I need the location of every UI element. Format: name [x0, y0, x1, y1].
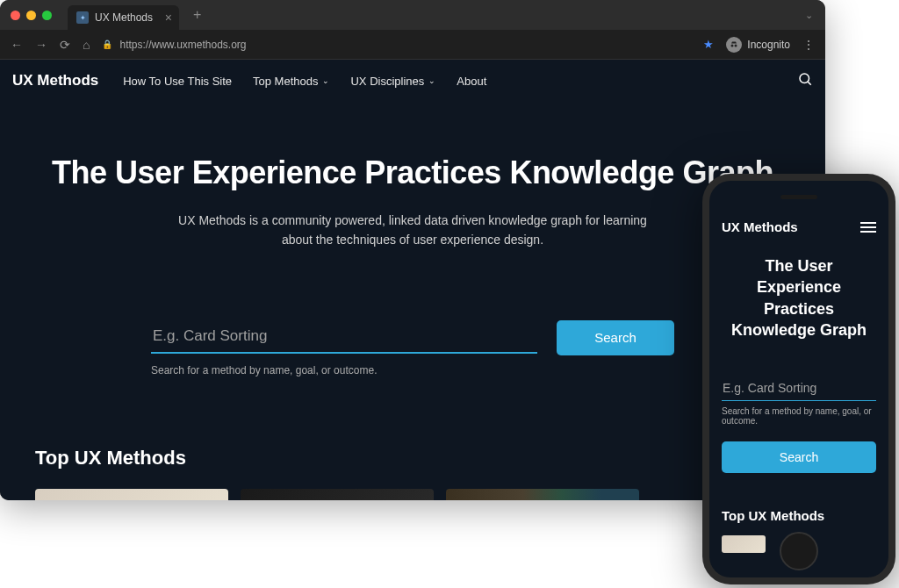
method-card[interactable] [241, 489, 434, 500]
mobile-search-hint: Search for a method by name, goal, or ou… [722, 406, 876, 426]
incognito-badge[interactable]: Incognito [726, 37, 790, 53]
method-card[interactable] [35, 489, 228, 500]
lock-icon: 🔒 [102, 39, 112, 49]
svg-line-3 [808, 82, 810, 84]
nav-top-methods[interactable]: Top Methods⌄ [253, 75, 329, 88]
site-logo[interactable]: UX Methods [12, 72, 98, 90]
nav-about[interactable]: About [457, 75, 486, 88]
page-subtitle: UX Methods is a community powered, linke… [176, 211, 650, 250]
top-methods-section: Top UX Methods All Meth [0, 429, 825, 500]
mobile-logo[interactable]: UX Methods [722, 219, 798, 234]
chevron-down-icon: ⌄ [428, 76, 435, 85]
search-icon[interactable] [797, 71, 813, 90]
new-tab-button[interactable]: + [193, 7, 201, 23]
collapse-icon[interactable]: ⌄ [805, 10, 813, 21]
incognito-icon [726, 37, 742, 53]
method-thumbnail [722, 535, 766, 553]
home-button[interactable]: ⌂ [83, 38, 90, 52]
svg-point-2 [800, 74, 809, 83]
primary-nav: How To Use This Site Top Methods⌄ UX Dis… [123, 75, 486, 88]
mobile-page-title: The User Experience Practices Knowledge … [722, 255, 876, 341]
browser-menu-button[interactable]: ⋮ [802, 38, 815, 52]
mobile-header: UX Methods [722, 219, 876, 234]
phone-speaker [780, 195, 817, 199]
close-window-button[interactable] [11, 11, 20, 20]
browser-titlebar: ✦ UX Methods × + ⌄ [0, 0, 825, 30]
browser-tab[interactable]: ✦ UX Methods × [68, 5, 179, 30]
address-bar: ← → ⟳ ⌂ 🔒 https://www.uxmethods.org ★ In… [0, 30, 825, 60]
phone-home-button[interactable] [780, 532, 818, 570]
url-field[interactable]: 🔒 https://www.uxmethods.org [102, 39, 691, 51]
minimize-window-button[interactable] [26, 11, 36, 20]
reload-button[interactable]: ⟳ [60, 38, 70, 52]
chevron-down-icon: ⌄ [322, 76, 329, 85]
svg-point-0 [731, 44, 734, 47]
browser-window: ✦ UX Methods × + ⌄ ← → ⟳ ⌂ 🔒 https://www… [0, 0, 825, 500]
search-input[interactable] [151, 320, 537, 354]
top-methods-title: Top UX Methods [35, 447, 186, 470]
mobile-search-input[interactable] [722, 376, 876, 401]
url-text: https://www.uxmethods.org [119, 39, 246, 51]
search-hint: Search for a method by name, goal, or ou… [151, 364, 537, 376]
search-section: Search for a method by name, goal, or ou… [0, 285, 825, 429]
phone-device: UX Methods The User Experience Practices… [702, 174, 895, 584]
close-tab-icon[interactable]: × [165, 11, 172, 25]
forward-button[interactable]: → [35, 38, 47, 52]
svg-point-1 [735, 44, 737, 47]
method-card[interactable] [446, 489, 639, 500]
hero-section: The User Experience Practices Knowledge … [0, 102, 825, 285]
tab-title: UX Methods [95, 11, 153, 24]
bookmark-star-icon[interactable]: ★ [703, 38, 714, 51]
hamburger-menu-icon[interactable] [860, 222, 876, 233]
incognito-label: Incognito [747, 39, 790, 51]
tab-favicon-icon: ✦ [76, 11, 89, 24]
site-header: UX Methods How To Use This Site Top Meth… [0, 60, 825, 102]
mobile-search-button[interactable]: Search [722, 441, 876, 473]
mobile-top-methods-title: Top UX Methods [722, 508, 876, 523]
back-button[interactable]: ← [11, 38, 23, 52]
nav-ux-disciplines[interactable]: UX Disciplines⌄ [350, 75, 435, 88]
search-button[interactable]: Search [557, 320, 674, 355]
maximize-window-button[interactable] [42, 11, 52, 20]
window-controls [11, 11, 52, 20]
nav-how-to-use[interactable]: How To Use This Site [123, 75, 232, 88]
page-title: The User Experience Practices Knowledge … [0, 154, 825, 191]
